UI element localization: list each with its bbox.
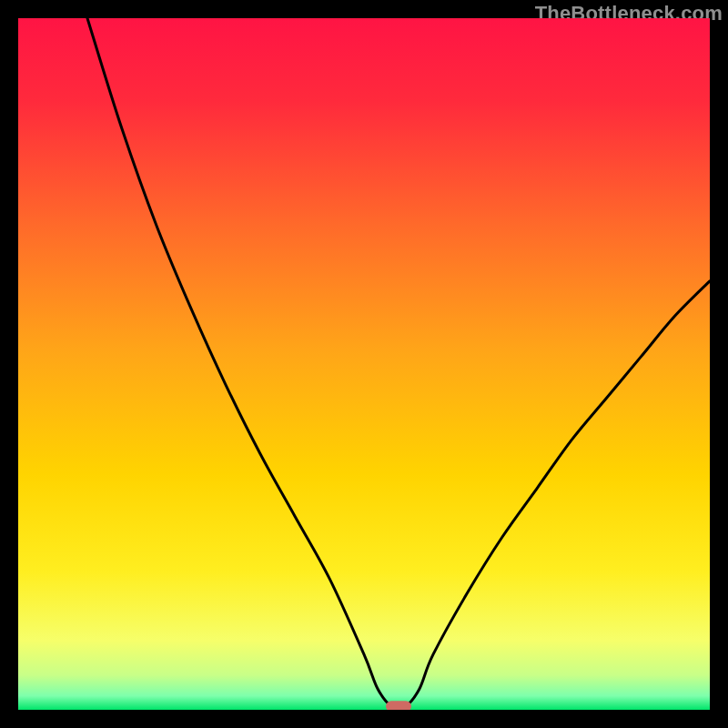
plot-area [18, 18, 710, 710]
bottleneck-chart [18, 18, 710, 710]
optimal-point-marker [386, 701, 411, 710]
chart-frame: TheBottleneck.com [0, 0, 728, 728]
gradient-background [18, 18, 710, 710]
